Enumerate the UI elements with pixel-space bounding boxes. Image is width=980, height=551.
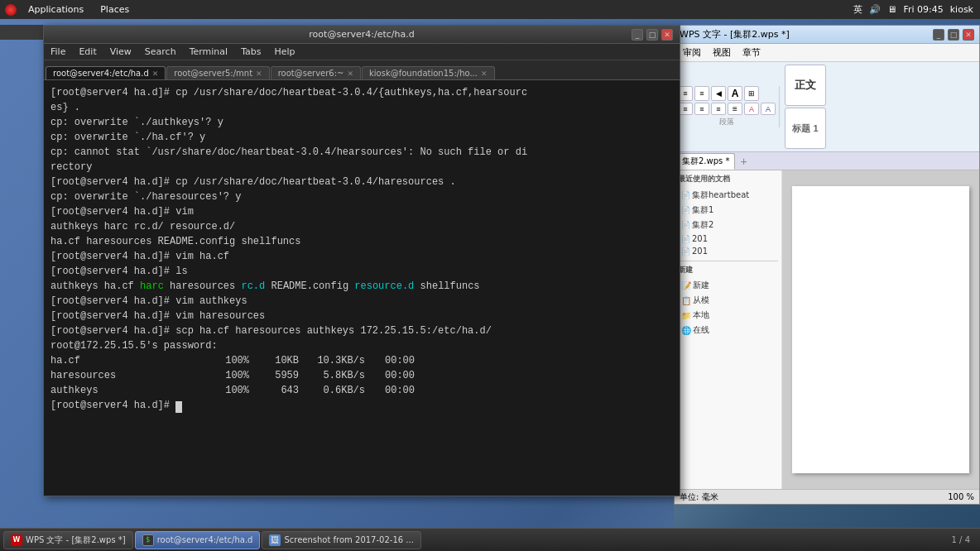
terminal-tab-1-close[interactable]: ✕ — [256, 69, 262, 78]
terminal-cursor — [175, 401, 182, 413]
ribbon-special[interactable]: ⊞ — [744, 86, 759, 101]
taskbar: W WPS 文字 - [集群2.wps *] $ root@server4:/e… — [0, 528, 980, 551]
taskbar-item-screenshot[interactable]: 🖼 Screenshot from 2017-02-16 ... — [262, 531, 420, 549]
terminal-close-button[interactable]: ✕ — [661, 29, 673, 41]
network-icon: 🖥 — [887, 4, 896, 15]
wps-menu-view[interactable]: 视图 — [708, 45, 736, 60]
doc-icon-4: 📄 — [681, 235, 690, 243]
term-line-5: cp: cannot stat `/usr/share/doc/heartbea… — [50, 145, 673, 160]
screenshot-taskbar-icon: 🖼 — [269, 534, 281, 546]
wps-doc-tab-active[interactable]: 集群2.wps * — [676, 153, 735, 170]
ribbon-highlight[interactable]: A — [761, 103, 776, 115]
terminal-minimize-button[interactable]: _ — [632, 29, 643, 41]
taskbar-item-terminal[interactable]: $ root@server4:/etc/ha.d — [135, 531, 261, 549]
wps-sidebar-doc-2: 集群1 — [692, 204, 713, 216]
terminal-menu-edit[interactable]: Edit — [72, 45, 103, 59]
wps-sidebar-item-4[interactable]: 📄 201 — [678, 232, 778, 245]
terminal-tabs: root@server4:/etc/ha.d ✕ root@server5:/m… — [44, 60, 680, 80]
wps-title: WPS 文字 - [集群2.wps *] — [680, 28, 790, 41]
term-line-18: root@172.25.15.5's password: — [50, 338, 673, 353]
terminal-tab-3[interactable]: kiosk@foundation15:/ho... ✕ — [362, 66, 494, 79]
wps-sidebar-item-5[interactable]: 📄 201 — [678, 245, 778, 257]
wps-menu-section[interactable]: 章节 — [737, 45, 766, 60]
wps-ribbon: ≡ ≡ ◀ A ⊞ ≡ ≡ ≡ ≡ A A 段落 正文 — [675, 62, 979, 152]
ribbon-align-justify[interactable]: ≡ — [728, 103, 742, 115]
terminal-menu-view[interactable]: View — [103, 45, 138, 59]
ribbon-align-right[interactable]: ≡ — [711, 103, 726, 115]
wps-sidebar-item-1[interactable]: 📄 集群heartbeat — [678, 188, 778, 203]
term-line-14: authkeys ha.cf harc haresources rc.d REA… — [50, 279, 673, 294]
wps-new-blank[interactable]: 📝 新建 — [678, 278, 778, 293]
wps-sidebar-title: 最近使用的文档 — [678, 174, 730, 184]
language-indicator: 英 — [853, 3, 862, 16]
wps-page[interactable] — [792, 186, 969, 473]
terminal-tab-2-close[interactable]: ✕ — [347, 69, 353, 78]
ribbon-indent-inc[interactable]: A — [728, 86, 742, 101]
terminal-taskbar-icon: $ — [142, 534, 154, 546]
terminal-icon: $ — [142, 534, 154, 546]
taskbar-item-wps[interactable]: W WPS 文字 - [集群2.wps *] — [3, 531, 133, 549]
wps-titlebar: WPS 文字 - [集群2.wps *] _ □ ✕ — [675, 26, 979, 44]
terminal-tab-0[interactable]: root@server4:/etc/ha.d ✕ — [46, 66, 166, 79]
wps-content: 最近使用的文档 📄 集群heartbeat 📄 集群1 📄 集群2 📄 201 — [675, 170, 979, 489]
ribbon-list-btn2[interactable]: ≡ — [694, 86, 709, 101]
applications-menu[interactable]: Applications — [22, 2, 90, 17]
terminal-window-controls: _ □ ✕ — [632, 29, 673, 41]
wps-maximize-button[interactable]: □ — [948, 29, 959, 41]
places-menu[interactable]: Places — [94, 2, 136, 17]
terminal-tab-3-close[interactable]: ✕ — [481, 69, 488, 78]
terminal-menu-search[interactable]: Search — [138, 45, 183, 59]
wps-sidebar-item-3[interactable]: 📄 集群2 — [678, 218, 778, 232]
wps-close-button[interactable]: ✕ — [963, 29, 974, 41]
wps-sidebar-item-2[interactable]: 📄 集群1 — [678, 203, 778, 218]
terminal-menubar: File Edit View Search Terminal Tabs Help — [44, 44, 680, 60]
terminal-tab-1[interactable]: root@server5:/mnt ✕ — [166, 66, 269, 79]
top-bar-right: 英 🔊 🖥 Fri 09:45 kiosk — [853, 3, 980, 16]
top-bar-left: Applications Places — [0, 2, 136, 17]
doc-icon-1: 📄 — [681, 191, 690, 199]
ribbon-indent-dec[interactable]: ◀ — [711, 86, 726, 101]
wps-open-local[interactable]: 📁 本地 — [678, 308, 778, 323]
wps-new-template[interactable]: 📋 从模 — [678, 293, 778, 308]
ribbon-style-normal[interactable]: 正文 — [785, 65, 826, 106]
terminal-menu-help[interactable]: Help — [268, 45, 302, 59]
term-line-21: authkeys 100% 643 0.6KB/s 00:00 — [50, 383, 673, 398]
term-line-7: [root@server4 ha.d]# cp /usr/share/doc/h… — [50, 175, 673, 189]
wps-open-online[interactable]: 🌐 在线 — [678, 323, 778, 338]
terminal-tab-2[interactable]: root@server6:~ ✕ — [271, 66, 361, 79]
wps-editor-area[interactable] — [782, 170, 979, 489]
wps-sidebar-doc-4: 201 — [692, 234, 708, 243]
term-line-3: cp: overwrite `./authkeys'? y — [50, 115, 673, 130]
term-line-8: cp: overwrite `./haresources'? y — [50, 189, 673, 204]
term-line-22: [root@server4 ha.d]# — [50, 398, 673, 413]
terminal-menu-terminal[interactable]: Terminal — [183, 45, 235, 59]
wps-menu-review[interactable]: 审阅 — [678, 45, 706, 60]
terminal-menu-tabs[interactable]: Tabs — [234, 45, 267, 59]
wps-sidebar: 最近使用的文档 📄 集群heartbeat 📄 集群1 📄 集群2 📄 201 — [675, 170, 782, 489]
term-line-4: cp: overwrite `./ha.cf'? y — [50, 130, 673, 145]
term-line-16: [root@server4 ha.d]# vim haresources — [50, 309, 673, 323]
ribbon-color[interactable]: A — [744, 103, 759, 115]
wps-unit: 单位: 毫米 — [680, 491, 718, 503]
ribbon-style-heading1[interactable]: 标题 1 — [785, 108, 826, 149]
terminal-tab-0-close[interactable]: ✕ — [152, 69, 159, 78]
volume-icon[interactable]: 🔊 — [869, 4, 881, 15]
ribbon-style-section: 正文 标题 1 — [781, 65, 829, 149]
term-line-6: rectory — [50, 160, 673, 175]
desktop: Applications Places 英 🔊 🖥 Fri 09:45 kios… — [0, 0, 980, 551]
terminal-menu-file[interactable]: File — [44, 45, 72, 59]
doc-icon-3: 📄 — [681, 221, 690, 229]
wps-minimize-button[interactable]: _ — [933, 29, 944, 41]
ribbon-align-center[interactable]: ≡ — [694, 103, 709, 115]
top-bar: Applications Places 英 🔊 🖥 Fri 09:45 kios… — [0, 0, 980, 19]
terminal-maximize-button[interactable]: □ — [646, 29, 658, 41]
terminal-tab-0-label: root@server4:/etc/ha.d — [53, 69, 149, 78]
taskbar-page-indicator: 1 / 4 — [945, 535, 977, 544]
term-line-1: [root@server4 ha.d]# cp /usr/share/doc/h… — [50, 85, 673, 100]
terminal-tab-3-label: kiosk@foundation15:/ho... — [369, 69, 478, 78]
terminal-body[interactable]: [root@server4 ha.d]# cp /usr/share/doc/h… — [44, 80, 680, 496]
terminal-tab-1-label: root@server5:/mnt — [174, 69, 252, 78]
wps-new-tab-button[interactable]: + — [737, 155, 750, 168]
taskbar-terminal-label: root@server4:/etc/ha.d — [157, 535, 253, 544]
taskbar-screenshot-label: Screenshot from 2017-02-16 ... — [284, 535, 413, 544]
